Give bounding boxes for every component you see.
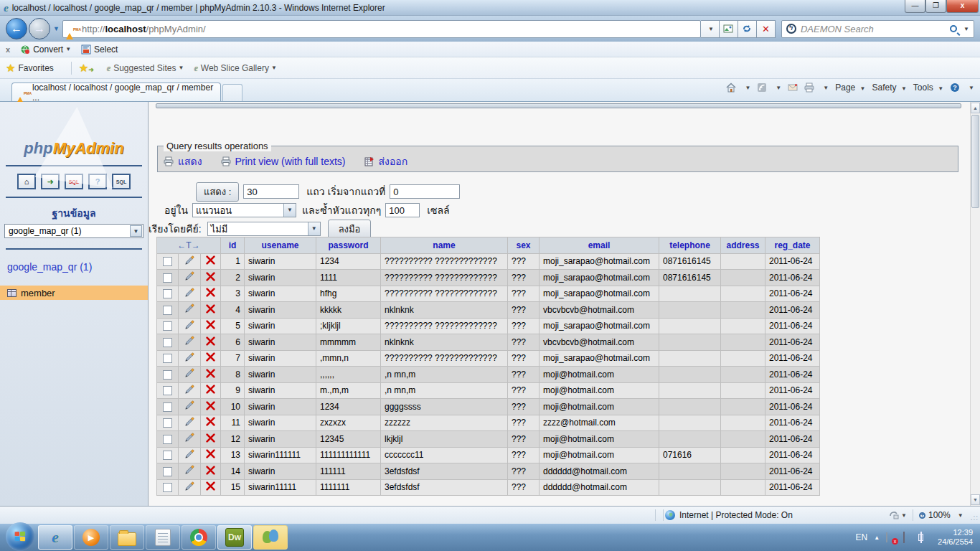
edit-row-button[interactable]: [179, 447, 201, 463]
print-view-full-texts-link[interactable]: Print view (with full texts): [221, 156, 346, 167]
close-button[interactable]: x: [946, 0, 979, 13]
column-header-id[interactable]: id: [221, 237, 245, 254]
add-favorite-button[interactable]: ★➜: [79, 62, 97, 75]
export-link[interactable]: ส่งออก: [364, 154, 408, 169]
address-bar[interactable]: PMA http://localhost/phpMyAdmin/: [62, 20, 701, 38]
delete-row-button[interactable]: [201, 286, 221, 302]
recent-pages-dropdown-icon[interactable]: ▼: [53, 25, 60, 32]
row-select-checkbox[interactable]: [157, 415, 179, 431]
taskbar-media-player[interactable]: ▶: [74, 525, 108, 550]
print-icon[interactable]: [804, 83, 814, 93]
edit-row-button[interactable]: [179, 286, 201, 302]
home-icon[interactable]: ⌂: [17, 174, 36, 189]
web-slice-gallery-button[interactable]: e Web Slice Gallery ▼: [194, 63, 276, 73]
select-button[interactable]: Select: [81, 44, 118, 55]
taskbar-chrome[interactable]: [182, 525, 216, 550]
suggested-sites-button[interactable]: e Suggested Sites ▼: [107, 63, 184, 73]
back-button[interactable]: ←: [6, 18, 27, 39]
edit-row-button[interactable]: [179, 350, 201, 367]
delete-row-button[interactable]: [201, 447, 221, 463]
edit-row-button[interactable]: [179, 302, 201, 319]
delete-row-button[interactable]: [201, 318, 221, 334]
suggested-sites-dropdown-icon[interactable]: ▼: [179, 65, 184, 71]
edit-row-button[interactable]: [179, 334, 201, 351]
security-icon[interactable]: [903, 532, 914, 543]
status-dropdown-icon[interactable]: ▼: [901, 512, 907, 519]
restore-button[interactable]: ❐: [925, 0, 946, 13]
web-slice-dropdown-icon[interactable]: ▼: [271, 65, 277, 71]
row-select-checkbox[interactable]: [157, 463, 179, 480]
row-select-checkbox[interactable]: [157, 286, 179, 302]
delete-row-button[interactable]: [201, 415, 221, 431]
clock[interactable]: 12:39 24/6/2554: [938, 528, 973, 547]
sort-key-select[interactable]: ไม่มี▼: [207, 222, 321, 236]
delete-row-button[interactable]: [201, 463, 221, 480]
taskbar-explorer[interactable]: [110, 525, 144, 550]
column-header-address[interactable]: address: [721, 237, 765, 254]
network-icon[interactable]: [920, 532, 931, 543]
repeat-cells-input[interactable]: 100: [385, 203, 420, 217]
delete-row-button[interactable]: [201, 431, 221, 448]
edit-row-button[interactable]: [179, 318, 201, 334]
safety-menu[interactable]: Safety ▼: [872, 83, 907, 93]
convert-button[interactable]: Convert ▼: [20, 44, 71, 55]
display-mode-select[interactable]: แนวนอน▼: [192, 203, 296, 217]
mail-icon[interactable]: [788, 83, 798, 93]
help-dropdown-icon[interactable]: ▼: [969, 85, 974, 91]
compatibility-view-button[interactable]: [720, 20, 738, 38]
zoom-level[interactable]: 100%: [928, 510, 951, 520]
edit-row-button[interactable]: [179, 479, 201, 496]
delete-row-button[interactable]: [201, 253, 221, 270]
row-select-checkbox[interactable]: [157, 367, 179, 383]
sidebar-item-member[interactable]: member: [0, 286, 148, 300]
tools-menu[interactable]: Tools ▼: [913, 83, 943, 93]
taskbar-internet-explorer[interactable]: e: [38, 525, 72, 550]
help-icon[interactable]: ?: [950, 83, 960, 93]
edit-row-button[interactable]: [179, 367, 201, 383]
database-select[interactable]: google_map_qr (1) ▼: [4, 224, 143, 238]
column-header-password[interactable]: password: [316, 237, 381, 254]
row-select-checkbox[interactable]: [157, 382, 179, 399]
row-select-checkbox[interactable]: [157, 350, 179, 367]
search-dropdown-icon[interactable]: ▼: [963, 26, 969, 32]
row-select-checkbox[interactable]: [157, 399, 179, 415]
sort-dropdown-icon[interactable]: ▼: [308, 222, 320, 235]
taskbar-journal[interactable]: [146, 525, 180, 550]
edit-row-button[interactable]: [179, 270, 201, 286]
column-header-name[interactable]: name: [381, 237, 508, 254]
vertical-scrollbar[interactable]: ▲ ▼: [970, 102, 980, 506]
print-dropdown-icon[interactable]: ▼: [823, 85, 829, 91]
go-button[interactable]: ลงมือ: [328, 220, 372, 239]
row-select-checkbox[interactable]: [157, 334, 179, 351]
delete-row-button[interactable]: [201, 382, 221, 399]
scrollbar-thumb[interactable]: [971, 115, 979, 208]
row-select-checkbox[interactable]: [157, 479, 179, 496]
column-nav-icon[interactable]: ←T→: [177, 240, 199, 250]
edit-row-button[interactable]: [179, 415, 201, 431]
column-header-email[interactable]: email: [540, 237, 659, 254]
stop-button[interactable]: ✕: [757, 20, 776, 38]
column-header-sex[interactable]: sex: [508, 237, 540, 254]
edit-row-button[interactable]: [179, 463, 201, 480]
hidden-icons-button[interactable]: ▲: [874, 534, 880, 541]
language-indicator[interactable]: EN: [855, 532, 867, 542]
home-dropdown-icon[interactable]: ▼: [745, 85, 750, 91]
home-icon[interactable]: [726, 83, 736, 93]
action-center-icon[interactable]: x: [886, 532, 897, 543]
column-header-reg_date[interactable]: reg_date: [765, 237, 820, 254]
edit-row-button[interactable]: [179, 431, 201, 448]
scroll-up-icon[interactable]: ▲: [971, 103, 980, 113]
row-select-checkbox[interactable]: [157, 431, 179, 448]
row-select-checkbox[interactable]: [157, 447, 179, 463]
edit-row-button[interactable]: [179, 399, 201, 415]
forward-button[interactable]: →: [29, 18, 50, 39]
new-tab-button[interactable]: [222, 84, 242, 101]
delete-row-button[interactable]: [201, 350, 221, 367]
row-select-checkbox[interactable]: [157, 270, 179, 286]
search-icon[interactable]: [950, 25, 957, 32]
column-header-usename[interactable]: usename: [245, 237, 316, 254]
query-window-icon[interactable]: SQL: [112, 174, 131, 189]
favorites-button[interactable]: ★ Favorites: [6, 62, 54, 75]
browser-tab[interactable]: PMA localhost / localhost / google_map_q…: [11, 83, 221, 101]
delete-row-button[interactable]: [201, 334, 221, 351]
